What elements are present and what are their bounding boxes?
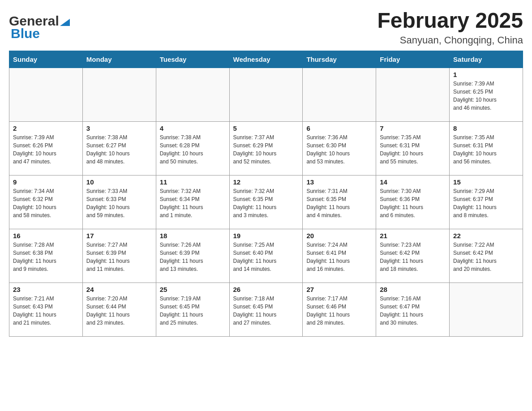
calendar-cell: 21Sunrise: 7:23 AM Sunset: 6:42 PM Dayli…	[376, 229, 450, 283]
calendar-cell: 12Sunrise: 7:32 AM Sunset: 6:35 PM Dayli…	[229, 175, 303, 229]
day-info: Sunrise: 7:23 AM Sunset: 6:42 PM Dayligh…	[380, 241, 446, 273]
day-header-wednesday: Wednesday	[229, 51, 303, 68]
day-info: Sunrise: 7:33 AM Sunset: 6:33 PM Dayligh…	[86, 187, 152, 219]
day-info: Sunrise: 7:39 AM Sunset: 6:25 PM Dayligh…	[453, 80, 519, 112]
calendar-cell	[229, 68, 303, 121]
week-row-0: 1Sunrise: 7:39 AM Sunset: 6:25 PM Daylig…	[9, 68, 523, 121]
day-number: 4	[160, 124, 226, 132]
day-number: 22	[453, 232, 519, 240]
day-info: Sunrise: 7:21 AM Sunset: 6:43 PM Dayligh…	[13, 295, 79, 327]
day-info: Sunrise: 7:27 AM Sunset: 6:39 PM Dayligh…	[86, 241, 152, 273]
day-headers-row: SundayMondayTuesdayWednesdayThursdayFrid…	[9, 51, 523, 68]
day-info: Sunrise: 7:26 AM Sunset: 6:39 PM Dayligh…	[160, 241, 226, 273]
day-info: Sunrise: 7:38 AM Sunset: 6:27 PM Dayligh…	[86, 133, 152, 166]
day-number: 17	[86, 232, 152, 240]
calendar-cell: 16Sunrise: 7:28 AM Sunset: 6:38 PM Dayli…	[9, 229, 83, 283]
day-number: 11	[160, 178, 226, 186]
day-number: 5	[233, 124, 299, 132]
calendar-body: 1Sunrise: 7:39 AM Sunset: 6:25 PM Daylig…	[9, 68, 523, 336]
calendar-table: SundayMondayTuesdayWednesdayThursdayFrid…	[9, 51, 523, 337]
calendar-title: February 2025	[377, 9, 523, 33]
day-number: 12	[233, 178, 299, 186]
day-number: 28	[380, 286, 446, 293]
day-info: Sunrise: 7:29 AM Sunset: 6:37 PM Dayligh…	[453, 187, 519, 219]
day-number: 21	[380, 232, 446, 240]
day-info: Sunrise: 7:22 AM Sunset: 6:42 PM Dayligh…	[453, 241, 519, 273]
week-row-1: 2Sunrise: 7:39 AM Sunset: 6:26 PM Daylig…	[9, 121, 523, 175]
day-number: 25	[160, 286, 226, 293]
calendar-cell: 4Sunrise: 7:38 AM Sunset: 6:28 PM Daylig…	[156, 121, 229, 175]
calendar-cell: 3Sunrise: 7:38 AM Sunset: 6:27 PM Daylig…	[82, 121, 156, 175]
day-number: 16	[13, 232, 79, 240]
calendar-cell	[303, 68, 376, 121]
calendar-header: SundayMondayTuesdayWednesdayThursdayFrid…	[9, 51, 523, 68]
day-info: Sunrise: 7:25 AM Sunset: 6:40 PM Dayligh…	[233, 241, 299, 273]
day-info: Sunrise: 7:31 AM Sunset: 6:35 PM Dayligh…	[306, 187, 372, 219]
calendar-cell: 22Sunrise: 7:22 AM Sunset: 6:42 PM Dayli…	[450, 229, 523, 283]
calendar-cell: 17Sunrise: 7:27 AM Sunset: 6:39 PM Dayli…	[82, 229, 156, 283]
calendar-subtitle: Sanyuan, Chongqing, China	[377, 34, 523, 46]
day-number: 10	[86, 178, 152, 186]
day-header-thursday: Thursday	[303, 51, 376, 68]
day-info: Sunrise: 7:36 AM Sunset: 6:30 PM Dayligh…	[306, 133, 372, 166]
calendar-cell: 28Sunrise: 7:16 AM Sunset: 6:47 PM Dayli…	[376, 283, 450, 336]
day-header-sunday: Sunday	[9, 51, 83, 68]
title-block: February 2025 Sanyuan, Chongqing, China	[377, 9, 523, 46]
calendar-cell: 19Sunrise: 7:25 AM Sunset: 6:40 PM Dayli…	[229, 229, 303, 283]
week-row-2: 9Sunrise: 7:34 AM Sunset: 6:32 PM Daylig…	[9, 175, 523, 229]
calendar-cell: 13Sunrise: 7:31 AM Sunset: 6:35 PM Dayli…	[303, 175, 376, 229]
day-info: Sunrise: 7:38 AM Sunset: 6:28 PM Dayligh…	[160, 133, 226, 166]
day-info: Sunrise: 7:32 AM Sunset: 6:34 PM Dayligh…	[160, 187, 226, 219]
day-number: 13	[306, 178, 372, 186]
day-number: 18	[160, 232, 226, 240]
day-number: 23	[13, 286, 79, 293]
day-info: Sunrise: 7:16 AM Sunset: 6:47 PM Dayligh…	[380, 295, 446, 327]
day-info: Sunrise: 7:18 AM Sunset: 6:45 PM Dayligh…	[233, 295, 299, 327]
day-info: Sunrise: 7:28 AM Sunset: 6:38 PM Dayligh…	[13, 241, 79, 273]
day-number: 14	[380, 178, 446, 186]
day-info: Sunrise: 7:35 AM Sunset: 6:31 PM Dayligh…	[453, 133, 519, 166]
calendar-cell: 14Sunrise: 7:30 AM Sunset: 6:36 PM Dayli…	[376, 175, 450, 229]
calendar-cell: 9Sunrise: 7:34 AM Sunset: 6:32 PM Daylig…	[9, 175, 83, 229]
calendar-cell: 25Sunrise: 7:19 AM Sunset: 6:45 PM Dayli…	[156, 283, 229, 336]
calendar-cell: 11Sunrise: 7:32 AM Sunset: 6:34 PM Dayli…	[156, 175, 229, 229]
day-number: 9	[13, 178, 79, 186]
calendar-cell: 20Sunrise: 7:24 AM Sunset: 6:41 PM Dayli…	[303, 229, 376, 283]
day-info: Sunrise: 7:20 AM Sunset: 6:44 PM Dayligh…	[86, 295, 152, 327]
week-row-3: 16Sunrise: 7:28 AM Sunset: 6:38 PM Dayli…	[9, 229, 523, 283]
day-header-saturday: Saturday	[450, 51, 523, 68]
calendar-cell: 18Sunrise: 7:26 AM Sunset: 6:39 PM Dayli…	[156, 229, 229, 283]
calendar-cell	[9, 68, 83, 121]
calendar-cell: 24Sunrise: 7:20 AM Sunset: 6:44 PM Dayli…	[82, 283, 156, 336]
day-number: 26	[233, 286, 299, 293]
day-info: Sunrise: 7:37 AM Sunset: 6:29 PM Dayligh…	[233, 133, 299, 166]
page-header: General Blue February 2025 Sanyuan, Chon…	[9, 9, 523, 46]
week-row-4: 23Sunrise: 7:21 AM Sunset: 6:43 PM Dayli…	[9, 283, 523, 336]
logo: General Blue	[9, 9, 70, 41]
day-info: Sunrise: 7:17 AM Sunset: 6:46 PM Dayligh…	[306, 295, 372, 327]
calendar-cell: 10Sunrise: 7:33 AM Sunset: 6:33 PM Dayli…	[82, 175, 156, 229]
day-header-tuesday: Tuesday	[156, 51, 229, 68]
svg-marker-0	[60, 19, 70, 26]
calendar-cell	[376, 68, 450, 121]
calendar-cell: 26Sunrise: 7:18 AM Sunset: 6:45 PM Dayli…	[229, 283, 303, 336]
calendar-cell: 27Sunrise: 7:17 AM Sunset: 6:46 PM Dayli…	[303, 283, 376, 336]
day-number: 3	[86, 124, 152, 132]
day-header-monday: Monday	[82, 51, 156, 68]
calendar-cell: 8Sunrise: 7:35 AM Sunset: 6:31 PM Daylig…	[450, 121, 523, 175]
day-number: 7	[380, 124, 446, 132]
logo-blue-text: Blue	[9, 26, 40, 41]
day-info: Sunrise: 7:35 AM Sunset: 6:31 PM Dayligh…	[380, 133, 446, 166]
calendar-cell: 7Sunrise: 7:35 AM Sunset: 6:31 PM Daylig…	[376, 121, 450, 175]
day-number: 27	[306, 286, 372, 293]
day-info: Sunrise: 7:34 AM Sunset: 6:32 PM Dayligh…	[13, 187, 79, 219]
day-info: Sunrise: 7:19 AM Sunset: 6:45 PM Dayligh…	[160, 295, 226, 327]
calendar-cell: 23Sunrise: 7:21 AM Sunset: 6:43 PM Dayli…	[9, 283, 83, 336]
logo-triangle-icon	[60, 14, 70, 28]
day-number: 24	[86, 286, 152, 293]
day-number: 1	[453, 71, 519, 78]
calendar-cell: 5Sunrise: 7:37 AM Sunset: 6:29 PM Daylig…	[229, 121, 303, 175]
day-number: 8	[453, 124, 519, 132]
day-number: 2	[13, 124, 79, 132]
calendar-cell: 6Sunrise: 7:36 AM Sunset: 6:30 PM Daylig…	[303, 121, 376, 175]
